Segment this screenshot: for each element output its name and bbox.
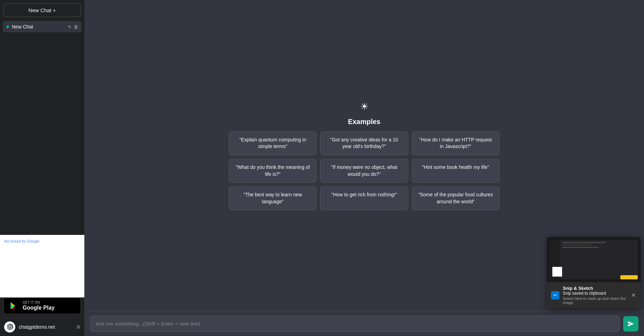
- example-card-3[interactable]: "What do you think the meaning of life i…: [229, 159, 317, 183]
- example-card-2[interactable]: "How do I make an HTTP request in Javasc…: [412, 131, 500, 155]
- get-it-on-label: GET IT ON: [23, 301, 55, 304]
- example-card-7[interactable]: "How to get rich from nothing!": [320, 186, 408, 210]
- active-dot: [6, 25, 9, 28]
- snip-preview-yellow: [620, 275, 638, 279]
- snip-sketch-icon: ✂: [551, 291, 559, 300]
- examples-grid: "Explain quantum computing in simple ter…: [229, 131, 500, 211]
- google-play-label: Google Play: [23, 304, 55, 311]
- example-card-4[interactable]: "If money were no object, what would you…: [320, 159, 408, 183]
- input-bar: [84, 311, 644, 336]
- snip-preview-main: [560, 240, 638, 279]
- snip-text-block: Snip & Sketch Snip saved to clipboard Se…: [563, 286, 627, 305]
- send-button[interactable]: [623, 316, 638, 331]
- menu-icon[interactable]: ≡: [76, 323, 80, 331]
- chat-input[interactable]: [90, 315, 620, 332]
- sidebar: New Chat + New Chat ✎ 🗑 Ad closed by Goo…: [0, 0, 84, 336]
- snip-bottom: ✂ Snip & Sketch Snip saved to clipboard …: [547, 282, 641, 308]
- sidebar-bottom[interactable]: chatgptdemo.net ≡: [0, 318, 84, 336]
- examples-title: Examples: [348, 118, 380, 126]
- examples-section: ☀ Examples "Explain quantum computing in…: [229, 101, 500, 211]
- openai-logo: [4, 321, 15, 333]
- ad-brand: Google: [27, 239, 39, 243]
- example-card-6[interactable]: "The best way to learn new language": [229, 186, 317, 210]
- ad-section: Ad closed by Google: [0, 235, 84, 297]
- snip-preview-white-box: [552, 267, 562, 277]
- send-icon: [627, 320, 634, 327]
- chat-list: New Chat ✎ 🗑: [0, 20, 84, 235]
- snip-subtitle: Select here to mark up and share the ima…: [563, 296, 627, 305]
- snip-preview-bar3: [562, 247, 599, 248]
- google-play-button[interactable]: GET IT ON Google Play: [3, 297, 81, 314]
- snip-app-name: Snip & Sketch: [563, 286, 627, 291]
- ad-closed-label: Ad closed by Google: [4, 239, 40, 243]
- examples-icon: ☀: [360, 101, 369, 112]
- example-card-1[interactable]: "Got any creative ideas for a 10 year ol…: [320, 131, 408, 155]
- site-name: chatgptdemo.net: [19, 324, 73, 330]
- snip-notification[interactable]: ✂ Snip & Sketch Snip saved to clipboard …: [547, 237, 641, 308]
- chat-item[interactable]: New Chat ✎ 🗑: [3, 21, 82, 32]
- example-card-5[interactable]: "Hint some book health my life": [412, 159, 500, 183]
- snip-preview-bar2: [562, 244, 592, 246]
- snip-preview-inner: [550, 240, 638, 279]
- delete-icon[interactable]: 🗑: [74, 24, 78, 30]
- new-chat-button[interactable]: New Chat +: [3, 3, 81, 17]
- snip-preview-bar1: [562, 242, 606, 243]
- snip-title: Snip saved to clipboard: [563, 291, 627, 296]
- example-card-8[interactable]: "Some of the popular food cultures aroun…: [412, 186, 500, 210]
- openai-icon: [6, 323, 13, 330]
- chat-item-label: New Chat: [12, 24, 65, 30]
- example-card-0[interactable]: "Explain quantum computing in simple ter…: [229, 131, 317, 155]
- edit-icon[interactable]: ✎: [68, 24, 72, 30]
- new-chat-label: New Chat +: [28, 7, 56, 13]
- snip-close-button[interactable]: ✕: [630, 291, 636, 299]
- chat-item-actions: ✎ 🗑: [68, 24, 78, 30]
- snip-preview: [547, 237, 641, 282]
- google-play-icon: [9, 301, 19, 311]
- play-text: GET IT ON Google Play: [23, 301, 55, 311]
